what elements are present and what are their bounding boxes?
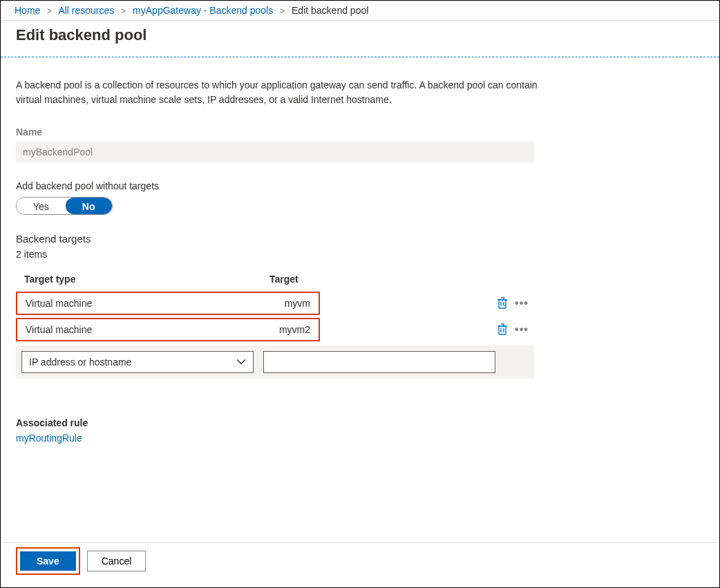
row-type: Virtual machine — [26, 298, 256, 309]
add-target-row: IP address or hostname — [16, 345, 534, 379]
target-type-select[interactable]: IP address or hostname — [21, 351, 254, 373]
cancel-button[interactable]: Cancel — [87, 551, 146, 571]
trash-icon[interactable] — [495, 323, 509, 336]
save-highlight: Save — [16, 547, 80, 575]
page-title: Edit backend pool — [16, 26, 704, 44]
associated-rule-label: Associated rule — [16, 417, 704, 428]
row-target: myvm — [256, 298, 310, 309]
more-icon[interactable]: ••• — [515, 323, 529, 336]
row-highlight: Virtual machine myvm2 — [16, 318, 320, 341]
svg-rect-0 — [499, 300, 506, 308]
without-targets-toggle[interactable]: Yes No — [16, 197, 113, 215]
table-row: Virtual machine myvm ••• — [16, 292, 534, 315]
breadcrumb-all-resources[interactable]: All resources — [58, 5, 114, 16]
chevron-down-icon — [236, 357, 246, 367]
target-type-value: IP address or hostname — [29, 357, 131, 368]
name-input — [16, 142, 534, 162]
trash-icon[interactable] — [495, 296, 509, 310]
more-icon[interactable]: ••• — [515, 296, 529, 310]
chevron-right-icon: > — [280, 6, 285, 16]
name-label: Name — [16, 126, 704, 137]
row-highlight: Virtual machine myvm — [16, 292, 320, 315]
footer-separator — [1, 542, 719, 543]
col-header-target: Target — [263, 274, 482, 285]
breadcrumb-home[interactable]: Home — [15, 5, 40, 16]
row-type: Virtual machine — [26, 324, 256, 335]
table-row: Virtual machine myvm2 ••• — [16, 318, 534, 341]
breadcrumb-backend-pools[interactable]: myAppGateway - Backend pools — [133, 5, 273, 16]
breadcrumb: Home > All resources > myAppGateway - Ba… — [1, 1, 719, 21]
without-targets-label: Add backend pool without targets — [16, 180, 704, 191]
page-header: Edit backend pool — [1, 21, 719, 54]
backend-targets-table: Target type Target Virtual machine myvm … — [16, 269, 534, 379]
backend-targets-title: Backend targets — [16, 233, 704, 245]
row-target: myvm2 — [256, 324, 310, 335]
save-button[interactable]: Save — [20, 551, 76, 571]
chevron-right-icon: > — [121, 6, 126, 16]
table-header: Target type Target — [16, 269, 534, 289]
footer: Save Cancel — [16, 547, 707, 575]
toggle-yes[interactable]: Yes — [17, 198, 66, 214]
page-description: A backend pool is a collection of resour… — [16, 78, 541, 107]
chevron-right-icon: > — [47, 6, 52, 16]
target-value-input[interactable] — [263, 351, 495, 373]
backend-targets-count: 2 items — [16, 249, 704, 260]
associated-rule-link[interactable]: myRoutingRule — [16, 433, 82, 444]
breadcrumb-current: Edit backend pool — [292, 5, 368, 16]
col-header-type: Target type — [24, 274, 263, 285]
svg-rect-1 — [499, 326, 506, 334]
toggle-no[interactable]: No — [66, 198, 112, 214]
